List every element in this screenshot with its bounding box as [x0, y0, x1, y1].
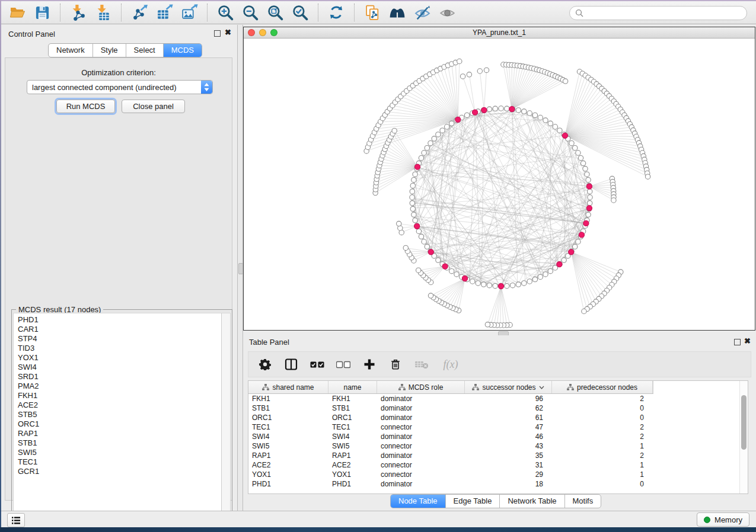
mcds-node[interactable] — [562, 133, 567, 138]
ring-node[interactable] — [588, 189, 592, 194]
column-header-name[interactable]: name — [328, 381, 377, 393]
ring-node[interactable] — [562, 258, 566, 262]
settings-gear-icon[interactable] — [258, 357, 272, 371]
ring-node[interactable] — [422, 239, 426, 244]
mcds-result-item[interactable]: FKH1 — [18, 391, 221, 400]
zoom-selected-button[interactable] — [291, 3, 310, 22]
mcds-node[interactable] — [569, 249, 574, 255]
ring-node[interactable] — [538, 274, 543, 279]
ring-node[interactable] — [516, 282, 521, 287]
table-row[interactable]: RAP1RAP1dominator352 — [248, 451, 748, 460]
table-row[interactable]: FKH1FKH1dominator962 — [248, 394, 748, 403]
ring-node[interactable] — [586, 212, 591, 217]
deselect-all-rows-icon[interactable] — [336, 357, 350, 371]
clone-network-button[interactable] — [363, 3, 382, 22]
add-column-icon[interactable] — [362, 357, 377, 371]
mcds-result-item[interactable]: ORC1 — [18, 419, 221, 429]
ring-node[interactable] — [557, 128, 562, 133]
export-image-button[interactable] — [180, 3, 199, 22]
ring-node[interactable] — [454, 272, 459, 277]
ring-node[interactable] — [516, 108, 521, 113]
ring-node[interactable] — [487, 283, 492, 288]
ring-node[interactable] — [413, 172, 417, 177]
ring-node[interactable] — [412, 212, 416, 217]
mcds-node[interactable] — [586, 184, 592, 189]
first-neighbors-button[interactable] — [388, 3, 407, 22]
ring-node[interactable] — [413, 218, 417, 223]
table-row[interactable]: SWI5SWI5connector431 — [248, 441, 748, 451]
mcds-result-item[interactable]: STB5 — [18, 410, 221, 419]
ring-node[interactable] — [449, 121, 454, 126]
ring-node[interactable] — [585, 172, 589, 177]
ring-node[interactable] — [588, 195, 592, 200]
ring-node[interactable] — [532, 113, 537, 117]
ring-node[interactable] — [416, 229, 421, 233]
ring-node[interactable] — [436, 132, 441, 137]
ring-node[interactable] — [425, 244, 429, 249]
ring-node[interactable] — [410, 201, 414, 206]
search-input[interactable] — [587, 8, 741, 18]
ring-node[interactable] — [573, 244, 578, 249]
save-session-button[interactable] — [33, 3, 52, 22]
column-header-shared-name[interactable]: shared name — [248, 381, 328, 393]
close-panel-button[interactable]: Close panel — [122, 100, 185, 113]
ring-node[interactable] — [410, 183, 415, 188]
ring-node[interactable] — [580, 161, 585, 165]
import-table-button[interactable] — [94, 3, 113, 22]
leaf-node[interactable] — [467, 72, 471, 77]
table-row[interactable]: ORC1ORC1dominator610 — [248, 413, 748, 422]
ring-node[interactable] — [410, 189, 414, 194]
table-row[interactable]: SWI4SWI4dominator462 — [248, 432, 748, 441]
zoom-fit-button[interactable] — [266, 3, 285, 22]
mcds-result-item[interactable]: SWI4 — [18, 363, 221, 372]
ring-node[interactable] — [445, 124, 449, 129]
ring-node[interactable] — [576, 239, 580, 244]
close-panel-icon[interactable]: ✖ — [744, 337, 751, 345]
mcds-node[interactable] — [455, 117, 461, 122]
column-header-predecessor-nodes[interactable]: predecessor nodes — [552, 381, 653, 393]
network-canvas[interactable] — [244, 39, 755, 330]
mcds-node[interactable] — [462, 275, 467, 281]
mcds-node[interactable] — [428, 249, 433, 255]
tab-network-table[interactable]: Network Table — [499, 495, 564, 508]
ring-node[interactable] — [419, 156, 423, 161]
table-row[interactable]: TEC1TEC1connector472 — [248, 422, 748, 432]
export-table-button[interactable] — [155, 3, 174, 22]
ring-node[interactable] — [522, 109, 527, 114]
scrollbar-thumb[interactable] — [741, 395, 747, 450]
criterion-dropdown[interactable]: largest connected component (undirected) — [27, 80, 213, 94]
tab-edge-table[interactable]: Edge Table — [445, 495, 500, 508]
ring-node[interactable] — [440, 128, 445, 133]
mcds-result-item[interactable]: TID3 — [18, 344, 221, 353]
ring-node[interactable] — [505, 106, 509, 111]
ring-node[interactable] — [419, 234, 423, 239]
ring-node[interactable] — [532, 277, 537, 281]
mcds-result-item[interactable]: GCR1 — [18, 467, 221, 476]
ring-node[interactable] — [425, 146, 429, 150]
ring-node[interactable] — [548, 269, 553, 274]
leaf-node[interactable] — [611, 198, 616, 203]
mcds-result-item[interactable]: SRD1 — [18, 372, 221, 382]
import-network-button[interactable] — [69, 3, 88, 22]
leaf-node[interactable] — [392, 129, 397, 133]
table-row[interactable]: STB1STB1dominator620 — [248, 403, 748, 413]
mcds-result-scrollbar[interactable] — [221, 313, 231, 528]
mcds-node[interactable] — [509, 107, 515, 112]
select-all-rows-icon[interactable] — [310, 357, 324, 371]
hide-selected-button[interactable] — [413, 3, 432, 22]
close-window-icon[interactable] — [248, 29, 255, 36]
ring-node[interactable] — [470, 279, 475, 284]
mcds-result-item[interactable]: RAP1 — [18, 429, 221, 438]
ring-node[interactable] — [583, 166, 588, 171]
vertical-splitter[interactable] — [237, 25, 243, 511]
ring-node[interactable] — [412, 178, 416, 182]
export-network-button[interactable] — [130, 3, 149, 22]
network-window-titlebar[interactable]: YPA_prune.txt_1 — [244, 27, 755, 39]
leaf-node[interactable] — [563, 79, 567, 84]
ring-node[interactable] — [505, 284, 509, 289]
zoom-in-button[interactable] — [216, 3, 235, 22]
ring-node[interactable] — [527, 279, 532, 284]
tab-motifs[interactable]: Motifs — [564, 495, 601, 508]
ring-node[interactable] — [481, 282, 486, 287]
mcds-node[interactable] — [586, 206, 592, 211]
